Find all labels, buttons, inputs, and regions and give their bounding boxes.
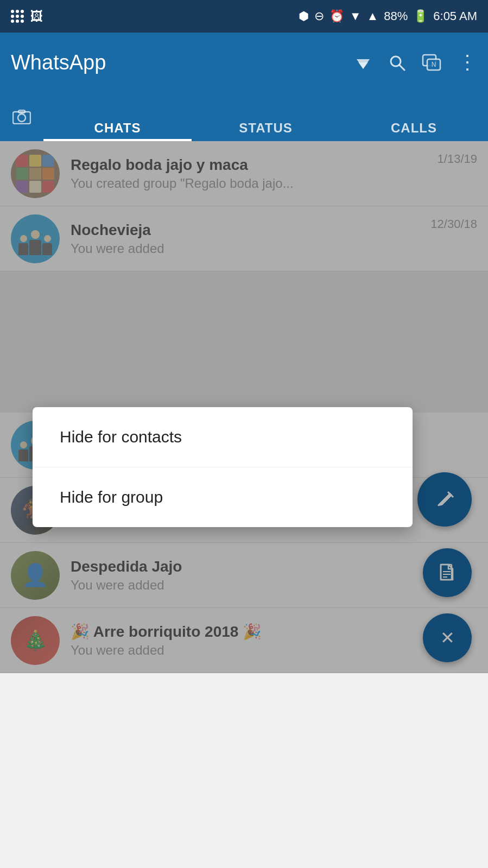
svg-point-8: [18, 114, 26, 122]
battery-icon: 🔋: [413, 9, 428, 23]
hide-group-label: Hide for group: [60, 488, 163, 506]
image-icon: 🖼: [30, 9, 43, 24]
app-bar: WhatsApp N ⋮: [0, 33, 488, 92]
wifi-icon: ▼: [350, 9, 362, 23]
battery-percent: 88%: [384, 9, 408, 23]
tab-camera-icon[interactable]: [0, 92, 43, 141]
status-bar-right: ⬢ ⊖ ⏰ ▼ ▲ 88% 🔋 6:05 AM: [299, 9, 477, 23]
tab-chats-label: CHATS: [94, 121, 141, 136]
app-bar-icons: N ⋮: [354, 53, 477, 72]
status-bar-left: 🖼: [11, 9, 43, 24]
tab-chats[interactable]: CHATS: [43, 92, 192, 141]
popup-menu: Hide for contacts Hide for group: [33, 407, 413, 527]
hide-contacts-label: Hide for contacts: [60, 428, 182, 446]
wifi-signal-icon[interactable]: [354, 55, 372, 70]
tabs-bar: CHATS STATUS CALLS: [0, 92, 488, 141]
tab-calls[interactable]: CALLS: [340, 92, 488, 141]
svg-line-3: [400, 65, 404, 70]
svg-text:N: N: [432, 61, 436, 68]
more-vert-icon[interactable]: ⋮: [458, 53, 477, 72]
minus-icon: ⊖: [314, 9, 324, 23]
tab-calls-label: CALLS: [391, 121, 437, 136]
grid-icon: [11, 10, 24, 23]
chat-list: Regalo boda jajo y maca You created grou…: [0, 141, 488, 673]
bluetooth-icon: ⬢: [299, 9, 309, 23]
hide-group-option[interactable]: Hide for group: [33, 467, 413, 527]
app-title: WhatsApp: [11, 51, 344, 74]
alarm-icon: ⏰: [329, 9, 344, 23]
signal-icon: ▲: [366, 9, 378, 23]
time-display: 6:05 AM: [433, 9, 477, 23]
chat-indicator-icon[interactable]: N: [422, 54, 441, 71]
hide-contacts-option[interactable]: Hide for contacts: [33, 407, 413, 467]
svg-marker-1: [358, 62, 368, 69]
tab-status-label: STATUS: [239, 121, 292, 136]
tab-status[interactable]: STATUS: [192, 92, 340, 141]
status-bar: 🖼 ⬢ ⊖ ⏰ ▼ ▲ 88% 🔋 6:05 AM: [0, 0, 488, 33]
search-icon[interactable]: [388, 54, 405, 71]
